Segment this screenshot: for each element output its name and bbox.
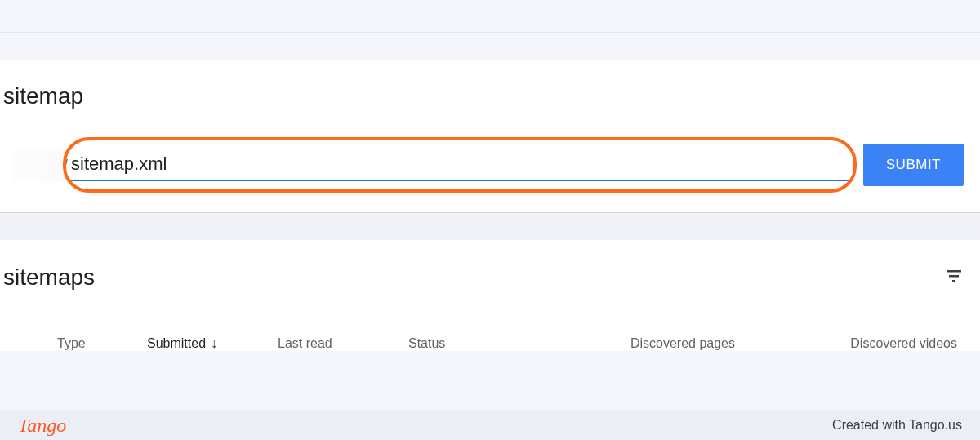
- tango-credit-text: Created with Tango.us: [832, 418, 962, 433]
- col-header-status[interactable]: Status: [408, 336, 555, 351]
- top-spacer-1: [0, 0, 980, 33]
- col-header-discovered-videos[interactable]: Discovered videos: [735, 336, 957, 351]
- col-header-discovered-pages[interactable]: Discovered pages: [555, 336, 735, 351]
- card-gap: [0, 212, 980, 240]
- col-header-submitted[interactable]: Submitted ↓: [147, 336, 278, 351]
- submitted-sitemaps-card: sitemaps Type Submitted ↓ Last read Stat…: [0, 240, 980, 351]
- sitemap-input-row: / SUBMIT: [0, 109, 980, 212]
- col-header-lastread[interactable]: Last read: [278, 336, 408, 351]
- col-header-submitted-label: Submitted: [147, 336, 206, 351]
- svg-rect-1: [949, 275, 959, 278]
- submit-button[interactable]: SUBMIT: [863, 144, 964, 186]
- col-header-type[interactable]: Type: [57, 336, 147, 351]
- sitemap-input-highlight: [71, 149, 849, 181]
- svg-rect-0: [947, 270, 961, 273]
- url-prefix-blurred: [13, 149, 64, 181]
- add-sitemap-title: sitemap: [0, 60, 980, 109]
- sitemaps-table-header: Type Submitted ↓ Last read Status Discov…: [0, 291, 980, 351]
- sort-arrow-down-icon: ↓: [211, 336, 217, 351]
- tango-footer: Tango Created with Tango.us: [0, 411, 980, 440]
- svg-rect-2: [952, 280, 956, 282]
- top-spacer-2: [0, 33, 980, 60]
- sitemap-url-input[interactable]: [71, 149, 849, 181]
- filter-icon[interactable]: [944, 266, 964, 289]
- url-prefix-slash: /: [64, 157, 68, 174]
- submitted-sitemaps-title: sitemaps: [3, 264, 95, 291]
- add-sitemap-card: sitemap / SUBMIT: [0, 60, 980, 212]
- tango-logo: Tango: [18, 415, 66, 437]
- submitted-sitemaps-header: sitemaps: [0, 240, 980, 291]
